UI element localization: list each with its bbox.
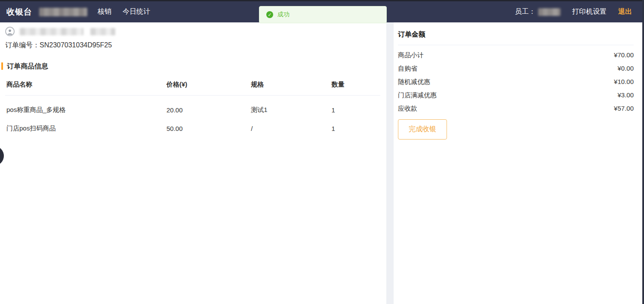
order-number-label: 订单编号： (5, 41, 40, 49)
amount-value: ¥57.00 (614, 105, 634, 112)
order-amount-title: 订单金额 (398, 28, 634, 45)
col-header-price: 价格(¥) (166, 81, 251, 89)
cell-price: 20.00 (166, 106, 251, 114)
table-header-row: 商品名称 价格(¥) 规格 数量 (5, 76, 380, 96)
employee-info: 员工： (515, 7, 561, 16)
cell-product-name: 门店pos扫码商品 (5, 124, 166, 133)
panel-divider (386, 22, 394, 304)
amount-label: 应收款 (398, 105, 417, 112)
success-toast: ✓ 成功 (259, 6, 387, 23)
window-chrome-strip (0, 0, 644, 1)
background-window-edge (642, 0, 644, 304)
printer-settings-button[interactable]: 打印机设置 (572, 7, 607, 16)
cell-product-name: pos称重商品_多规格 (5, 106, 166, 114)
order-number-line: 订单编号：SN2307031034D95F25 (5, 41, 380, 50)
nav-item-today-stats[interactable]: 今日统计 (123, 7, 150, 16)
amount-value: ¥3.00 (617, 91, 634, 99)
amount-row-subtotal: 商品小计 ¥70.00 (398, 51, 634, 59)
customer-name-redacted-2 (90, 28, 115, 35)
user-avatar-icon (5, 27, 15, 36)
amount-row-receivable: 应收款 ¥57.00 (398, 105, 634, 112)
order-number-value: SN2307031034D95F25 (40, 41, 112, 49)
col-header-product-name: 商品名称 (5, 81, 166, 89)
toast-message: 成功 (277, 11, 290, 19)
col-header-quantity: 数量 (332, 81, 380, 89)
order-items-section-title: 订单商品信息 (1, 62, 380, 70)
table-row: pos称重商品_多规格 20.00 测试1 1 (5, 96, 380, 114)
cell-spec: / (251, 125, 331, 132)
amount-row-random-discount: 随机减优惠 ¥10.00 (398, 78, 634, 85)
nav-item-verification[interactable]: 核销 (98, 7, 111, 16)
app-title: 收银台 (6, 6, 32, 18)
amount-value: ¥70.00 (614, 51, 634, 59)
complete-checkout-button[interactable]: 完成收银 (398, 119, 447, 140)
amount-label: 自购省 (398, 65, 417, 72)
customer-name-redacted (20, 28, 83, 35)
logout-button[interactable]: 退出 (618, 7, 632, 16)
cell-price: 50.00 (166, 125, 251, 132)
store-name-redacted (39, 8, 87, 16)
amount-rows: 商品小计 ¥70.00 自购省 ¥0.00 随机减优惠 ¥10.00 门店满减优… (398, 51, 634, 112)
amount-label: 门店满减优惠 (398, 91, 437, 99)
order-items-table: 商品名称 价格(¥) 规格 数量 pos称重商品_多规格 20.00 测试1 1… (5, 76, 380, 133)
cell-spec: 测试1 (251, 106, 331, 114)
col-header-spec: 规格 (251, 81, 331, 89)
order-amount-panel: 订单金额 商品小计 ¥70.00 自购省 ¥0.00 随机减优惠 ¥10.00 … (394, 22, 642, 304)
order-detail-panel: 订单编号：SN2307031034D95F25 订单商品信息 商品名称 价格(¥… (0, 22, 386, 304)
customer-row (5, 27, 380, 36)
person-glyph (6, 28, 13, 35)
table-row: 门店pos扫码商品 50.00 / 1 (5, 114, 380, 133)
amount-row-store-discount: 门店满减优惠 ¥3.00 (398, 91, 634, 99)
amount-label: 商品小计 (398, 51, 424, 59)
amount-label: 随机减优惠 (398, 78, 430, 85)
cell-quantity: 1 (332, 106, 380, 114)
amount-value: ¥0.00 (617, 65, 634, 72)
cell-quantity: 1 (332, 125, 380, 132)
check-circle-icon: ✓ (266, 11, 273, 18)
amount-row-self-purchase-saving: 自购省 ¥0.00 (398, 65, 634, 72)
amount-value: ¥10.00 (614, 78, 634, 85)
main-content: 订单编号：SN2307031034D95F25 订单商品信息 商品名称 价格(¥… (0, 22, 642, 304)
employee-label: 员工： (515, 7, 536, 16)
employee-name-redacted (538, 8, 561, 16)
